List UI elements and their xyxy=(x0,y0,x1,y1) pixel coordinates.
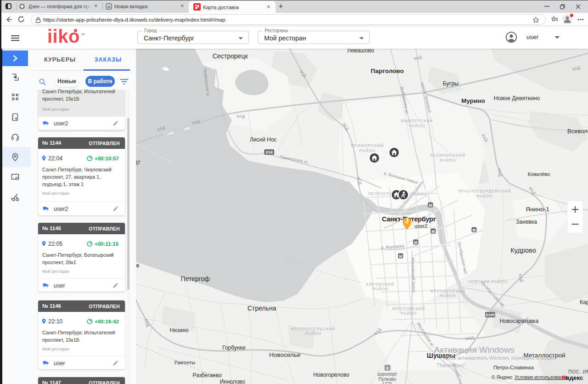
svg-text:РАЙОН: РАЙОН xyxy=(305,331,321,336)
svg-text:ЗСД: ЗСД xyxy=(356,176,362,185)
svg-text:КАД: КАД xyxy=(157,125,166,132)
svg-text:Карьер: Карьер xyxy=(580,299,588,305)
svg-text:Бугры: Бугры xyxy=(443,80,459,87)
svg-text:ВЫБОРГСКИЙ: ВЫБОРГСКИЙ xyxy=(401,118,433,123)
svg-text:Янино-1: Янино-1 xyxy=(526,206,549,213)
svg-text:Всеволожск: Всеволожск xyxy=(567,128,588,135)
svg-text:Сестрорецк: Сестрорецк xyxy=(213,52,248,60)
svg-text:р. Фонтанка: р. Фонтанка xyxy=(381,243,404,250)
svg-text:НЕВСКИЙ РАЙОН: НЕВСКИЙ РАЙОН xyxy=(468,279,508,284)
svg-text:E18: E18 xyxy=(266,150,273,154)
svg-text:КАД: КАД xyxy=(191,119,200,125)
svg-text:Петергоф: Петергоф xyxy=(181,275,209,282)
svg-text:МОСКОВСКИЙ: МОСКОВСКИЙ xyxy=(393,306,425,311)
svg-text:E105: E105 xyxy=(486,313,495,317)
svg-text:Кудрово: Кудрово xyxy=(510,247,536,254)
svg-text:РАЙОН: РАЙОН xyxy=(401,311,417,316)
svg-text:Лисий Нос: Лисий Нос xyxy=(250,136,277,143)
svg-text:Иннолово: Иннолово xyxy=(220,378,245,384)
svg-text:КАД: КАД xyxy=(481,133,489,142)
svg-text:М: М xyxy=(429,203,432,208)
svg-text:Парголово: Парголово xyxy=(371,68,404,74)
svg-text:LED: LED xyxy=(383,382,391,384)
svg-text:М: М xyxy=(472,228,475,232)
svg-text:КАД: КАД xyxy=(528,186,536,195)
svg-text:Выборгское ш.: Выборгское ш. xyxy=(400,86,410,114)
svg-text:КАЛИНИНСКИЙ: КАЛИНИНСКИЙ xyxy=(430,152,465,158)
svg-text:КАД: КАД xyxy=(572,65,581,72)
svg-text:"Параметры".: "Параметры". xyxy=(436,362,466,368)
svg-text:КАД: КАД xyxy=(143,318,150,328)
svg-text:РАЙОН: РАЙОН xyxy=(409,123,425,128)
svg-text:Горбунки: Горбунки xyxy=(222,344,245,351)
svg-text:Низино: Низино xyxy=(170,327,189,333)
svg-text:КАД: КАД xyxy=(497,168,503,177)
svg-text:Новогорелово: Новогорелово xyxy=(313,372,350,378)
svg-text:КИРОВСКИЙ: КИРОВСКИЙ xyxy=(366,282,395,287)
svg-text:Приморское ш.: Приморское ш. xyxy=(279,154,309,164)
svg-text:Московский просп.: Московский просп. xyxy=(411,257,417,294)
svg-text:ндекс: ндекс xyxy=(565,374,583,381)
svg-text:М: М xyxy=(431,229,435,234)
svg-text:сов: сов xyxy=(136,262,139,269)
svg-text:© Яндекс: © Яндекс xyxy=(492,374,513,380)
svg-text:Узигонты: Узигонты xyxy=(174,360,196,365)
svg-text:КРАСНОСЕЛЬСКИЙ: КРАСНОСЕЛЬСКИЙ xyxy=(291,326,335,331)
svg-text:Приморское ш.: Приморское ш. xyxy=(203,68,211,97)
svg-text:Заневка: Заневка xyxy=(516,219,537,225)
svg-text:р. Большая Невка: р. Большая Невка xyxy=(384,171,418,185)
svg-text:М: М xyxy=(414,240,417,245)
svg-text:РАЙОН: РАЙОН xyxy=(440,158,456,163)
svg-text:ПОС. ИМ: ПОС. ИМ xyxy=(568,369,588,374)
svg-text:КАД: КАД xyxy=(413,55,423,61)
svg-text:аэропорт: аэропорт xyxy=(378,372,397,377)
svg-text:Новое Девяткино: Новое Девяткино xyxy=(494,95,540,102)
svg-text:КАД: КАД xyxy=(373,327,382,336)
svg-text:Активация Windows: Активация Windows xyxy=(434,345,514,355)
svg-text:Московское ш.: Московское ш. xyxy=(416,322,435,348)
svg-text:РАЙОН: РАЙОН xyxy=(440,293,456,298)
svg-text:просп. Энгельса: просп. Энгельса xyxy=(420,82,432,113)
svg-text:КАД: КАД xyxy=(465,335,474,341)
svg-text:Новоселье: Новоселье xyxy=(269,351,300,358)
svg-text:КРАСНОГВАРДЕЙСКИЙ: КРАСНОГВАРДЕЙСКИЙ xyxy=(458,188,511,193)
svg-text:Петро-Славянка: Петро-Славянка xyxy=(493,365,534,370)
svg-text:ПРИМОРСКИЙ: ПРИМОРСКИЙ xyxy=(351,143,384,148)
svg-text:Чтобы активировать Windows, пе: Чтобы активировать Windows, перейдите в … xyxy=(442,355,556,361)
svg-text:user2: user2 xyxy=(414,223,428,229)
svg-text:✈: ✈ xyxy=(386,366,390,371)
svg-text:Условия использования: Условия использования xyxy=(514,374,568,380)
svg-text:РАЙОН: РАЙОН xyxy=(476,193,492,198)
svg-text:адт: адт xyxy=(136,159,141,165)
svg-text:КАД: КАД xyxy=(237,114,245,119)
svg-text:ФРУНЗЕНСКИЙ: ФРУНЗЕНСКИЙ xyxy=(430,288,465,294)
svg-text:РАЙОН: РАЙОН xyxy=(372,286,388,291)
svg-text:ЗСД: ЗСД xyxy=(299,69,307,78)
svg-text:Разбегаево: Разбегаево xyxy=(192,372,222,378)
svg-text:Стрельна: Стрельна xyxy=(248,305,277,312)
svg-text:ЗСД: ЗСД xyxy=(341,122,350,131)
svg-text:М: М xyxy=(399,254,402,259)
svg-text:Октябрьская наб.: Октябрьская наб. xyxy=(480,280,506,308)
svg-text:Левашово: Левашово xyxy=(347,49,374,54)
svg-text:КАД: КАД xyxy=(518,273,524,282)
svg-text:РАЙОН: РАЙОН xyxy=(359,148,375,153)
svg-text:Ковалёво: Ковалёво xyxy=(528,171,550,177)
svg-text:Октябрьская наб.: Октябрьская наб. xyxy=(457,241,468,275)
svg-text:Мурино: Мурино xyxy=(461,97,485,104)
svg-text:Пулково: Пулково xyxy=(379,377,396,382)
svg-text:Новосаратовка: Новосаратовка xyxy=(500,318,539,324)
